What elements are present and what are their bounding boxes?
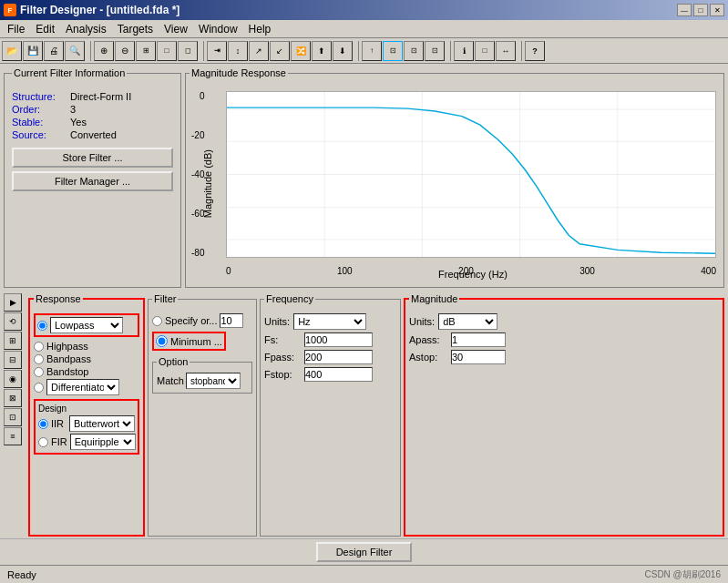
- toolbar-t2[interactable]: ↕: [228, 41, 248, 61]
- filter-panel: Filter Specify or... 10 Minimum ... Opti…: [148, 293, 257, 537]
- match-row: Match stopband passband: [157, 373, 248, 389]
- toolbar-t7[interactable]: ⬇: [333, 41, 353, 61]
- match-dropdown[interactable]: stopband passband: [186, 373, 241, 389]
- lowpass-radio[interactable]: [37, 321, 47, 331]
- astop-input[interactable]: 30: [451, 350, 506, 364]
- title-bar: F Filter Designer - [untitled.fda *] — □…: [0, 0, 728, 20]
- menu-edit[interactable]: Edit: [30, 21, 60, 37]
- specify-radio[interactable]: [152, 316, 162, 326]
- minimize-button[interactable]: —: [677, 4, 692, 16]
- menu-help[interactable]: Help: [243, 21, 277, 37]
- toolbar-t10[interactable]: ⊡: [404, 41, 424, 61]
- response-legend: Response: [34, 293, 83, 304]
- toolbar-info[interactable]: ℹ: [454, 41, 474, 61]
- fir-radio-row: FIR Equiripple Least Squares: [38, 434, 135, 450]
- sidebar-icon-7[interactable]: ⊡: [4, 408, 22, 426]
- filter-manager-button[interactable]: Filter Manager ...: [12, 171, 173, 191]
- response-panel: Response Lowpass Highpass Bandpass Bands…: [28, 293, 145, 537]
- bandstop-radio[interactable]: [34, 367, 44, 377]
- sidebar-icon-1[interactable]: ▶: [4, 293, 22, 312]
- status-bar: Ready CSDN @胡刷2016: [0, 565, 728, 583]
- mag-units-dropdown[interactable]: dB linear: [438, 313, 497, 330]
- specify-label: Specify or...: [165, 315, 217, 326]
- window-controls[interactable]: — □ ✕: [677, 4, 724, 16]
- iir-label: IIR: [51, 418, 67, 429]
- sidebar-icon-3[interactable]: ⊞: [4, 332, 22, 350]
- menu-file[interactable]: File: [2, 21, 30, 37]
- order-value: 3: [70, 104, 76, 115]
- minimum-label: Minimum ...: [170, 336, 222, 347]
- iir-radio[interactable]: [38, 419, 48, 429]
- close-button[interactable]: ✕: [710, 4, 724, 16]
- apass-input[interactable]: 1: [451, 332, 506, 347]
- menu-window[interactable]: Window: [193, 21, 243, 37]
- stable-value: Yes: [70, 117, 87, 128]
- sidebar-icon-2[interactable]: ⟲: [4, 312, 22, 331]
- maximize-button[interactable]: □: [693, 4, 708, 16]
- fs-input[interactable]: 1000: [304, 332, 373, 347]
- bandpass-radio[interactable]: [34, 354, 44, 364]
- toolbar-print[interactable]: 🖨: [44, 41, 64, 61]
- toolbar-box2[interactable]: ◻: [178, 41, 198, 61]
- toolbar-t9[interactable]: ⊡: [383, 41, 403, 61]
- ytick-60: -60: [191, 209, 204, 219]
- order-row: Order: 3: [12, 104, 173, 115]
- fs-row: Fs: 1000: [264, 332, 396, 347]
- lowpass-radio-row: Lowpass Highpass Bandpass Bandstop: [37, 317, 136, 333]
- frequency-legend: Frequency: [264, 293, 315, 304]
- units-label: Units:: [264, 316, 290, 327]
- highpass-label: Highpass: [46, 341, 88, 352]
- menu-targets[interactable]: Targets: [112, 21, 159, 37]
- toolbar-box3[interactable]: □: [475, 41, 495, 61]
- design-filter-button[interactable]: Design Filter: [316, 542, 413, 562]
- astop-row: Astop: 30: [409, 350, 719, 364]
- toolbar: 📂 💾 🖨 🔍 ⊕ ⊖ ⊞ □ ◻ ⇥ ↕ ↗ ↙ 🔀 ⬆ ⬇ ↑ ⊡ ⊡ ⊡ …: [0, 38, 728, 64]
- sidebar-icon-6[interactable]: ⊠: [4, 389, 22, 407]
- toolbar-t11[interactable]: ⊡: [425, 41, 445, 61]
- toolbar-t4[interactable]: ↙: [270, 41, 290, 61]
- filter-legend: Filter: [152, 293, 178, 304]
- match-label: Match: [157, 375, 184, 386]
- differentiator-radio[interactable]: [34, 383, 44, 393]
- toolbar-t8[interactable]: ↑: [362, 41, 382, 61]
- fir-type-dropdown[interactable]: Equiripple Least Squares: [70, 434, 136, 450]
- fstop-row: Fstop: 400: [264, 367, 396, 382]
- differentiator-dropdown[interactable]: Differentiator: [46, 379, 119, 395]
- fir-radio[interactable]: [38, 437, 48, 447]
- response-radio-group: Highpass Bandpass Bandstop Differentiato…: [34, 341, 139, 395]
- toolbar-arrows[interactable]: ↔: [496, 41, 516, 61]
- toolbar-zoomin[interactable]: ⊕: [94, 41, 114, 61]
- highpass-radio[interactable]: [34, 342, 44, 352]
- toolbar-box1[interactable]: □: [157, 41, 177, 61]
- toolbar-t3[interactable]: ↗: [249, 41, 269, 61]
- toolbar-zoom[interactable]: 🔍: [65, 41, 85, 61]
- minimum-radio[interactable]: [156, 335, 168, 347]
- fs-label: Fs:: [264, 334, 301, 345]
- units-dropdown[interactable]: Hz kHz MHz: [293, 313, 366, 330]
- toolbar-t5[interactable]: 🔀: [291, 41, 311, 61]
- fpass-input[interactable]: 200: [304, 350, 373, 364]
- left-sidebar: ▶ ⟲ ⊞ ⊟ ◉ ⊠ ⊡ ≡: [4, 293, 24, 537]
- order-label: Order:: [12, 104, 65, 115]
- toolbar-help[interactable]: ?: [525, 41, 545, 61]
- store-filter-button[interactable]: Store Filter ...: [12, 148, 173, 168]
- menu-analysis[interactable]: Analysis: [60, 21, 112, 37]
- bandstop-radio-row: Bandstop: [34, 366, 139, 377]
- stable-label: Stable:: [12, 117, 65, 128]
- toolbar-t6[interactable]: ⬆: [312, 41, 332, 61]
- menu-view[interactable]: View: [159, 21, 193, 37]
- toolbar-save[interactable]: 💾: [23, 41, 43, 61]
- specify-input[interactable]: 10: [220, 313, 243, 328]
- iir-type-dropdown[interactable]: Butterworth Chebyshev I Chebyshev II Ell…: [69, 415, 135, 432]
- lowpass-dropdown[interactable]: Lowpass Highpass Bandpass Bandstop: [50, 317, 123, 333]
- sidebar-icon-8[interactable]: ≡: [4, 427, 22, 445]
- toolbar-zoomrect[interactable]: ⊞: [136, 41, 156, 61]
- toolbar-t1[interactable]: ⇥: [207, 41, 227, 61]
- top-section: Current Filter Information Structure: Di…: [0, 64, 728, 292]
- structure-value: Direct-Form II: [70, 91, 131, 102]
- sidebar-icon-4[interactable]: ⊟: [4, 351, 22, 369]
- toolbar-open[interactable]: 📂: [2, 41, 22, 61]
- fstop-input[interactable]: 400: [304, 367, 373, 382]
- toolbar-zoomout[interactable]: ⊖: [115, 41, 135, 61]
- sidebar-icon-5[interactable]: ◉: [4, 370, 22, 388]
